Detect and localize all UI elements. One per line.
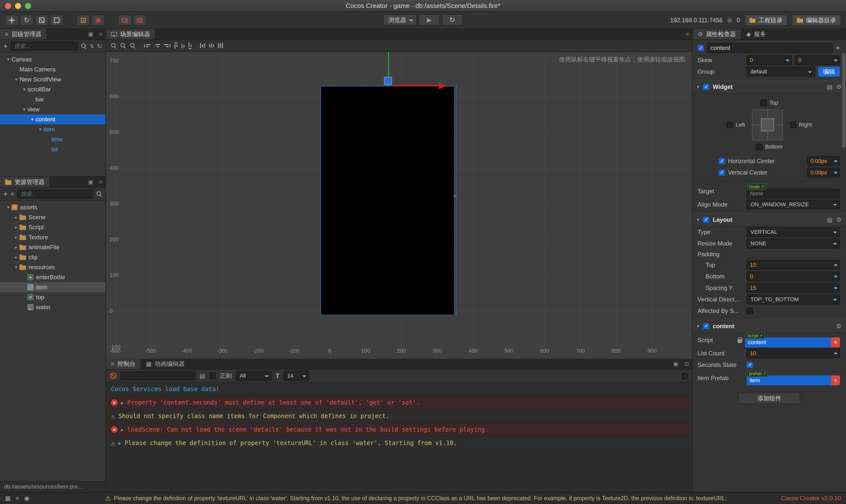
zoom-in-icon[interactable] (111, 43, 117, 49)
skew-y-field[interactable]: 0 (795, 55, 840, 65)
panel-menu-icon[interactable]: ≡ (96, 177, 105, 187)
console-log-error[interactable]: ×▶Property 'content.seconds' must define… (106, 396, 692, 410)
create-asset-button[interactable]: + (3, 191, 7, 198)
edit-group-button[interactable]: 编辑 (818, 67, 840, 77)
pivot-mode-button[interactable] (76, 15, 90, 26)
expand-arrow-icon[interactable]: ▾ (37, 127, 44, 132)
distribute-even-icon[interactable] (218, 43, 223, 48)
sort-icon[interactable]: ≡ (11, 191, 14, 197)
search-icon[interactable] (97, 191, 102, 197)
asset-node-animatefile[interactable]: ▸animateFile (0, 242, 105, 252)
hierarchy-node-main-camera[interactable]: Main Camera (0, 65, 105, 74)
add-property-button[interactable]: + (836, 44, 840, 51)
widget-section-header[interactable]: ▾ Widget ▤ ⚙ (692, 80, 846, 93)
local-coord-button[interactable] (118, 15, 132, 26)
align-left-toggle[interactable]: Left (727, 122, 745, 128)
detach-panel-icon[interactable]: ▣ (85, 29, 96, 39)
gizmo-x-axis[interactable] (393, 85, 439, 86)
console-log-info[interactable]: Cocos Services load base data! (106, 383, 692, 396)
maximize-panel-icon[interactable]: ⊡ (681, 359, 692, 369)
inspector-scrollbar[interactable] (842, 53, 846, 148)
hierarchy-node-view[interactable]: ▾view (0, 104, 105, 114)
asset-node-enterbottle[interactable]: enterBottle (0, 272, 105, 282)
collapse-icon[interactable]: ▾ (697, 84, 699, 90)
status-list-icon[interactable]: ≡ (16, 495, 19, 501)
tab-animation-editor[interactable]: ▦ 动画编辑器 (141, 359, 190, 369)
hierarchy-search-input[interactable] (11, 42, 78, 51)
expand-arrow-icon[interactable]: ▾ (5, 204, 12, 210)
content-section-header[interactable]: ▾ content ⚙ (692, 320, 846, 333)
expand-log-icon[interactable]: ▶ (121, 427, 124, 432)
item-prefab-field[interactable]: item (746, 375, 831, 385)
expand-log-icon[interactable]: ▶ (119, 440, 121, 446)
content-enabled-checkbox[interactable] (703, 323, 709, 329)
search-icon[interactable] (81, 43, 87, 49)
panel-menu-icon[interactable]: ≡ (96, 29, 105, 39)
list-count-field[interactable]: 10 (746, 348, 840, 358)
content-node-rect[interactable] (321, 86, 454, 315)
asset-node-resources[interactable]: ▾resources (0, 262, 105, 272)
preview-target-dropdown[interactable]: 浏览器 (383, 15, 417, 25)
collapse-icon[interactable]: ▾ (697, 217, 699, 222)
scene-viewport[interactable]: 使用鼠标右键平移视窗焦点，使用滚轮缩放视图 ↔ 7006005004003002… (106, 52, 692, 359)
expand-arrow-icon[interactable]: ▾ (5, 57, 12, 62)
group-dropdown[interactable]: default (746, 67, 815, 77)
panel-menu-icon[interactable]: ≡ (683, 29, 692, 39)
font-size-dropdown[interactable]: 14 (283, 371, 309, 381)
maximize-console-icon[interactable]: ⊡ (681, 371, 688, 381)
node-name-input[interactable] (707, 43, 833, 53)
align-bottom-icon[interactable] (189, 42, 191, 49)
seconds-state-checkbox[interactable] (746, 362, 753, 368)
doc-icon[interactable]: ▤ (827, 217, 833, 223)
vertical-direction-dropdown[interactable]: TOP_TO_BOTTOM (746, 294, 840, 304)
gizmo-move-handle[interactable] (384, 77, 392, 85)
align-center-h-icon[interactable] (155, 44, 160, 47)
widget-enabled-checkbox[interactable] (703, 84, 709, 90)
align-bottom-toggle[interactable]: Bottom (756, 144, 782, 150)
asset-node-item[interactable]: item (0, 282, 105, 292)
affected-by-scale-checkbox[interactable] (746, 308, 753, 314)
top-checkbox[interactable] (760, 100, 767, 106)
status-eye-icon[interactable]: ◉ (24, 495, 30, 501)
console-filter-input[interactable] (121, 372, 195, 380)
tab-inspector[interactable]: ⚙ 属性检查器 (692, 29, 742, 39)
hierarchy-node-scrollbar[interactable]: ▾scrollBar (0, 85, 105, 94)
hierarchy-node-time[interactable]: time (0, 134, 105, 144)
hierarchy-node-bar[interactable]: bar (0, 94, 105, 104)
hierarchy-node-canvas[interactable]: ▾Canvas (0, 54, 105, 65)
console-log-warn[interactable]: ⚠▶Please change the definition of proper… (106, 436, 692, 450)
tab-hierarchy[interactable]: ≡ 层级管理器 (0, 29, 47, 39)
open-log-icon[interactable]: ▤ (200, 373, 205, 379)
anchor-mode-button[interactable] (91, 15, 105, 26)
align-left-icon[interactable] (144, 44, 151, 47)
detach-panel-icon[interactable]: ▣ (85, 177, 96, 187)
zoom-window-button[interactable] (25, 3, 31, 9)
distribute-h-icon[interactable] (200, 43, 205, 48)
scale-tool-button[interactable] (35, 15, 49, 26)
tab-console[interactable]: ≡ 控制台 (106, 359, 141, 369)
zoom-reset-icon[interactable] (130, 43, 136, 49)
refresh-icon[interactable]: ↻ (97, 43, 102, 49)
padding-bottom-field[interactable]: 0 (746, 271, 840, 282)
bottom-checkbox[interactable] (756, 144, 762, 150)
hcenter-checkbox[interactable] (719, 158, 725, 164)
status-console-icon[interactable]: ▦ (5, 495, 11, 501)
rect-tool-button[interactable] (50, 15, 64, 26)
hierarchy-node-txt[interactable]: txt (0, 144, 105, 154)
open-editor-dir-button[interactable]: 编辑器目录 (792, 15, 841, 26)
rotate-tool-button[interactable]: ↻ (20, 15, 34, 26)
vcenter-checkbox[interactable] (719, 169, 725, 176)
script-field[interactable]: content (745, 338, 831, 347)
vcenter-field[interactable]: 0.00px (807, 167, 840, 178)
asset-node-top[interactable]: top (0, 292, 105, 302)
expand-arrow-icon[interactable]: ▸ (13, 245, 19, 250)
resize-handle-icon[interactable]: ↔ (452, 192, 457, 198)
align-top-icon[interactable] (174, 42, 177, 49)
console-log-error[interactable]: ×▶loadScene: Can not load the scene 'det… (106, 423, 692, 436)
asset-node-scene[interactable]: ▸Scene (0, 212, 105, 222)
right-checkbox[interactable] (790, 122, 796, 128)
refresh-preview-button[interactable]: ↻ (442, 15, 463, 25)
remove-prefab-button[interactable]: × (831, 375, 840, 385)
expand-all-icon[interactable]: ⇅ (90, 44, 94, 49)
resize-mode-dropdown[interactable]: NONE (746, 238, 840, 249)
